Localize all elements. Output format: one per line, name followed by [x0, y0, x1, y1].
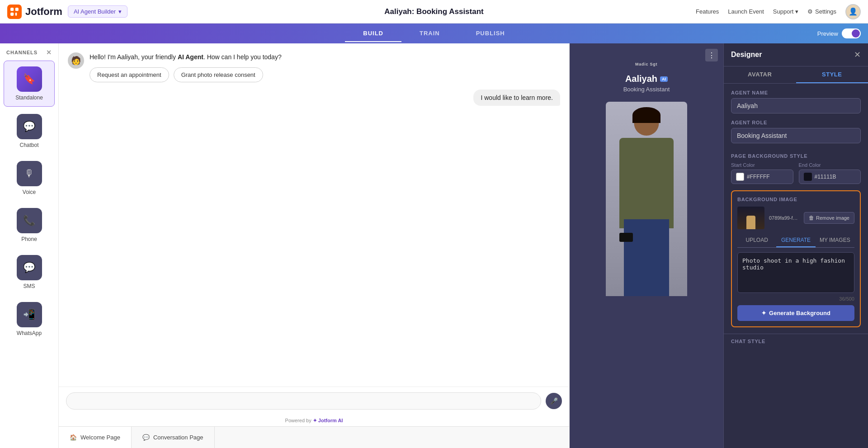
chat-style-section: CHAT STYLE [724, 334, 868, 349]
studio-logo-svg: Madic Sgt [635, 58, 662, 69]
conversation-icon: 💬 [142, 434, 150, 441]
preview-area: Preview [817, 28, 861, 38]
page-tabs: 🏠 Welcome Page 💬 Conversation Page [59, 426, 569, 448]
phone-label: Phone [21, 236, 37, 242]
remove-image-button[interactable]: 🗑 Remove image [804, 212, 854, 224]
bg-tab-generate[interactable]: GENERATE [776, 234, 815, 247]
start-color-input-row[interactable]: #FFFFFF [731, 170, 793, 184]
agent-role-input[interactable] [731, 128, 861, 143]
tab-bar: BUILD TRAIN PUBLISH Preview [0, 24, 868, 43]
svg-rect-2 [15, 8, 19, 11]
chat-area: 🧑 Hello! I'm Aaliyah, your friendly AI A… [59, 43, 570, 448]
channel-item-voice[interactable]: 🎙 Voice [4, 156, 55, 201]
mic-button[interactable]: 🎤 [546, 393, 562, 409]
svg-rect-3 [10, 12, 14, 15]
bg-thumbnail [737, 207, 764, 229]
quick-reply-photo-release[interactable]: Grant photo release consent [174, 67, 263, 82]
tab-build[interactable]: BUILD [345, 25, 401, 42]
bg-image-row: 0789fa99-fda2-4878-af4... 🗑 Remove image [737, 207, 854, 229]
home-icon: 🏠 [70, 434, 77, 441]
tab-publish[interactable]: PUBLISH [458, 25, 523, 42]
designer-close-icon[interactable]: ✕ [854, 50, 861, 60]
nav-launch-event[interactable]: Launch Event [728, 8, 764, 15]
quick-reply-buttons: Request an appointment Grant photo relea… [90, 67, 282, 82]
whatsapp-icon: 📲 [17, 302, 42, 327]
end-color-label: End Color [799, 162, 861, 168]
agent-preview-content: Madic Sgt Aaliyah AI Booking Assistant [570, 43, 723, 296]
preview-label: Preview [817, 30, 838, 37]
channel-item-standalone[interactable]: 🔖 Standalone [4, 61, 55, 107]
voice-label: Voice [23, 189, 36, 195]
bg-tab-upload[interactable]: UPLOAD [737, 234, 776, 247]
ai-builder-button[interactable]: AI Agent Builder ▾ [68, 5, 127, 18]
page-tab-conversation[interactable]: 💬 Conversation Page [132, 427, 215, 448]
bg-image-tabs: UPLOAD GENERATE MY IMAGES [737, 234, 854, 248]
designer-tab-avatar[interactable]: AVATAR [724, 66, 796, 83]
start-color-swatch [736, 173, 744, 181]
close-channels-icon[interactable]: ✕ [46, 49, 52, 56]
settings-button[interactable]: ⚙ Settings [807, 8, 836, 15]
whatsapp-label: WhatsApp [17, 330, 42, 336]
end-color-input-row[interactable]: #11111B [799, 170, 861, 184]
generate-background-button[interactable]: ✦ Generate Background [737, 305, 854, 321]
agent-figure [606, 102, 687, 296]
agent-name-display: Aaliyah AI [625, 74, 668, 84]
welcome-page-label: Welcome Page [80, 434, 120, 441]
end-color-item: End Color #11111B [799, 162, 861, 184]
nav-features[interactable]: Features [696, 8, 719, 15]
designer-header: Designer ✕ [724, 43, 868, 66]
conversation-page-label: Conversation Page [153, 434, 203, 441]
preview-menu-button[interactable]: ⋮ [705, 49, 718, 61]
bot-message: 🧑 Hello! I'm Aaliyah, your friendly AI A… [68, 52, 560, 82]
menu-icon: ⋮ [708, 51, 715, 60]
remove-btn-label: Remove image [816, 215, 849, 221]
prompt-textarea[interactable]: Photo shoot in a high fashion studio [737, 252, 854, 293]
agent-name-section: Agent Name [724, 84, 868, 120]
logo-text: Jotform [25, 6, 62, 18]
bg-tab-my-images[interactable]: MY IMAGES [816, 234, 854, 247]
sms-label: SMS [23, 283, 35, 289]
channel-item-phone[interactable]: 📞 Phone [4, 203, 55, 248]
page-tab-welcome[interactable]: 🏠 Welcome Page [59, 427, 132, 448]
start-color-item: Start Color #FFFFFF [731, 162, 793, 184]
channel-item-whatsapp[interactable]: 📲 WhatsApp [4, 297, 55, 342]
channel-item-chatbot[interactable]: 💬 Chatbot [4, 108, 55, 154]
gear-icon: ⚙ [807, 8, 813, 15]
designer-title: Designer [731, 51, 762, 59]
standalone-label: Standalone [15, 94, 43, 101]
designer-tab-style[interactable]: STYLE [796, 66, 868, 83]
preview-toggle[interactable] [842, 28, 861, 38]
channel-item-sms[interactable]: 💬 SMS [4, 250, 55, 295]
bg-image-section: Background Image 0789fa99-fda2-4878-af4.… [731, 190, 861, 327]
main-layout: CHANNELS ✕ 🔖 Standalone 💬 Chatbot 🎙 Voic… [0, 43, 868, 448]
designer-tabs: AVATAR STYLE [724, 66, 868, 84]
svg-rect-1 [10, 8, 14, 11]
bg-style-label: PAGE BACKGROUND STYLE [731, 153, 861, 159]
designer-panel: Designer ✕ AVATAR STYLE Agent Name Agent… [723, 43, 868, 448]
bot-greeting-start: Hello! I'm Aaliyah, your friendly [90, 53, 178, 61]
agent-figure-container [570, 97, 723, 296]
channels-header: CHANNELS ✕ [0, 43, 58, 60]
phone-icon: 📞 [17, 208, 42, 233]
logo-area: Jotform [7, 5, 62, 19]
prompt-counter: 36/500 [737, 296, 854, 302]
user-bubble: I would like to learn more. [473, 90, 560, 106]
user-message: I would like to learn more. [68, 90, 560, 106]
page-title: Aaliyah: Booking Assistant [384, 7, 483, 16]
chat-input[interactable] [66, 392, 541, 410]
start-color-label: Start Color [731, 162, 793, 168]
user-avatar[interactable]: 👤 [845, 4, 861, 19]
quick-reply-appointment[interactable]: Request an appointment [90, 67, 169, 82]
agent-role-section: Agent Role [724, 120, 868, 150]
nav-support[interactable]: Support ▾ [773, 8, 798, 15]
agent-name-input[interactable] [731, 98, 861, 113]
bot-text: Hello! I'm Aaliyah, your friendly AI Age… [90, 52, 282, 62]
voice-icon: 🎙 [17, 161, 42, 186]
generate-icon: ✦ [761, 310, 766, 316]
nav-right: Features Launch Event Support ▾ ⚙ Settin… [696, 4, 861, 19]
ai-builder-label: AI Agent Builder [74, 8, 116, 15]
chat-style-label: CHAT STYLE [731, 339, 861, 344]
chat-messages: 🧑 Hello! I'm Aaliyah, your friendly AI A… [59, 43, 569, 387]
tab-train[interactable]: TRAIN [401, 25, 458, 42]
toggle-knob [852, 29, 860, 38]
